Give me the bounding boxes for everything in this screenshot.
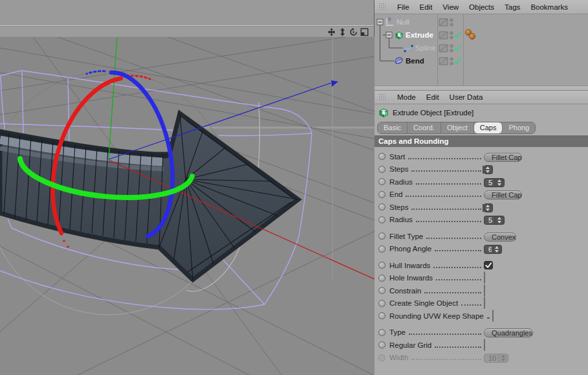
start-dropdown[interactable]: Fillet Cap <box>484 153 522 162</box>
viewport-panel <box>0 0 375 375</box>
section-header: Caps and Rounding <box>375 135 588 147</box>
attr-row-end: End Fillet Cap <box>375 188 588 201</box>
spinner-icon[interactable] <box>492 245 501 253</box>
attr-row-hull-inwards: Hull Inwards <box>375 259 588 272</box>
phong-angle-input[interactable]: 60 ° <box>484 245 502 254</box>
dolly-icon[interactable] <box>338 28 347 36</box>
null-object-icon[interactable]: 0 <box>387 16 393 25</box>
menu-view[interactable]: View <box>442 3 459 11</box>
menu-bookmarks[interactable]: Bookmarks <box>530 3 568 11</box>
attr-row-type: Type Quadrangles <box>375 326 588 339</box>
spinner-icon[interactable] <box>494 216 504 224</box>
panel-grip-icon[interactable] <box>378 3 387 11</box>
row-state-columns <box>439 19 475 65</box>
spinner-icon[interactable] <box>494 179 504 187</box>
enabled-check-icon[interactable] <box>455 32 461 63</box>
menu-edit[interactable]: Edit <box>420 3 433 11</box>
keyframe-circle-icon[interactable] <box>378 287 386 294</box>
radius-start-input[interactable]: 5 cm <box>484 178 505 187</box>
spline-object-icon[interactable] <box>404 45 413 52</box>
end-dropdown[interactable]: Fillet Cap <box>484 190 522 199</box>
tree-item-extrude[interactable]: Extrude <box>406 31 433 39</box>
object-tree: 0 <box>375 14 588 85</box>
attr-row-create-single-object: Create Single Object <box>375 297 588 310</box>
hull-inwards-checkbox[interactable] <box>484 261 493 269</box>
attribute-object-title: Extrude Object [Extrude] <box>375 104 588 120</box>
attr-row-rounding-uvw: Rounding UVW Keep Shape <box>375 310 588 323</box>
visibility-dots-icon[interactable] <box>450 19 453 65</box>
panel-grip-icon[interactable] <box>378 93 387 102</box>
spinner-icon[interactable] <box>483 166 492 174</box>
toggle-layout-icon[interactable] <box>360 28 369 36</box>
keyframe-circle-icon[interactable] <box>378 233 386 240</box>
extrude-object-icon <box>378 108 389 118</box>
tab-coord[interactable]: Coord. <box>408 122 441 133</box>
keyframe-circle-icon[interactable] <box>378 262 386 269</box>
create-single-object-checkbox[interactable] <box>484 297 485 309</box>
keyframe-circle-icon[interactable] <box>378 245 386 253</box>
right-panel: File Edit View Objects Tags Bookmarks <box>375 0 588 375</box>
attr-row-width: Width 10 cm <box>375 352 588 365</box>
attr-row-radius-end: Radius 5 cm <box>375 214 588 227</box>
pan-icon[interactable] <box>327 28 336 36</box>
keyframe-circle-icon <box>378 354 386 361</box>
tree-item-bend[interactable]: Bend <box>406 57 424 65</box>
attr-row-radius-start: Radius 5 cm <box>375 176 588 188</box>
keyframe-circle-icon[interactable] <box>378 178 386 185</box>
keyframe-circle-icon[interactable] <box>378 300 386 307</box>
rounding-uvw-keep-shape-checkbox[interactable] <box>492 310 494 322</box>
tab-basic[interactable]: Basic <box>378 122 408 133</box>
spinner-icon[interactable] <box>483 204 492 212</box>
attr-row-constrain: Constrain <box>375 284 588 297</box>
keyframe-circle-icon[interactable] <box>378 203 386 210</box>
attr-row-steps-start: Steps 1 <box>375 163 588 176</box>
cinema4d-window: File Edit View Objects Tags Bookmarks <box>0 0 588 375</box>
radius-end-input[interactable]: 5 cm <box>484 216 505 225</box>
column-separator <box>463 14 464 85</box>
keyframe-circle-icon[interactable] <box>378 216 386 223</box>
type-dropdown[interactable]: Quadrangles <box>484 328 533 337</box>
hole-inwards-checkbox[interactable] <box>484 271 485 284</box>
keyframe-circle-icon[interactable] <box>378 329 386 336</box>
tree-item-spline[interactable]: Spline <box>415 44 436 52</box>
extrude-object-icon[interactable] <box>396 32 402 40</box>
column-separator <box>437 14 438 85</box>
svg-text:0: 0 <box>388 16 391 22</box>
tree-item-null[interactable]: Null <box>397 18 409 26</box>
attr-row-hole-inwards: Hole Inwards <box>375 272 588 285</box>
bend-deformer-icon[interactable] <box>394 56 404 65</box>
viewport-toolbar <box>0 27 374 37</box>
keyframe-circle-icon[interactable] <box>378 341 386 348</box>
attribute-tabs: Basic Coord. Object Caps Phong <box>375 120 588 135</box>
attr-row-regular-grid: Regular Grid <box>375 339 588 352</box>
keyframe-circle-icon[interactable] <box>378 153 386 160</box>
viewport-top-strip <box>0 0 374 26</box>
keyframe-circle-icon[interactable] <box>378 191 386 198</box>
keyframe-circle-icon[interactable] <box>378 166 386 173</box>
tab-phong[interactable]: Phong <box>503 122 535 133</box>
fillet-type-dropdown[interactable]: Convex <box>484 233 516 242</box>
attribute-manager-menubar: Mode Edit User Data <box>375 91 588 104</box>
rotate-icon[interactable] <box>349 28 358 36</box>
constrain-checkbox[interactable] <box>484 284 485 297</box>
attr-row-fillet-type: Fillet Type Convex <box>375 230 588 243</box>
phong-tag-icon[interactable] <box>465 29 475 39</box>
menu-tags[interactable]: Tags <box>505 3 520 11</box>
menu-objects[interactable]: Objects <box>469 3 494 11</box>
layer-swatch[interactable] <box>439 19 448 65</box>
keyframe-circle-icon[interactable] <box>378 312 386 319</box>
menu-file[interactable]: File <box>397 3 409 11</box>
keyframe-circle-icon[interactable] <box>378 275 386 282</box>
viewport-canvas[interactable] <box>0 37 375 375</box>
menu-edit-am[interactable]: Edit <box>426 93 439 101</box>
steps-start-input[interactable]: 1 <box>484 165 493 174</box>
steps-end-input[interactable]: 1 <box>484 203 493 212</box>
regular-grid-checkbox[interactable] <box>484 339 485 351</box>
attr-row-phong-angle: Phong Angle 60 ° <box>375 243 588 256</box>
attr-row-steps-end: Steps 1 <box>375 201 588 214</box>
menu-mode[interactable]: Mode <box>397 93 416 101</box>
tab-caps[interactable]: Caps <box>474 122 503 133</box>
tab-object[interactable]: Object <box>441 122 474 133</box>
menu-user-data[interactable]: User Data <box>450 93 483 101</box>
panel-divider[interactable] <box>375 85 588 91</box>
